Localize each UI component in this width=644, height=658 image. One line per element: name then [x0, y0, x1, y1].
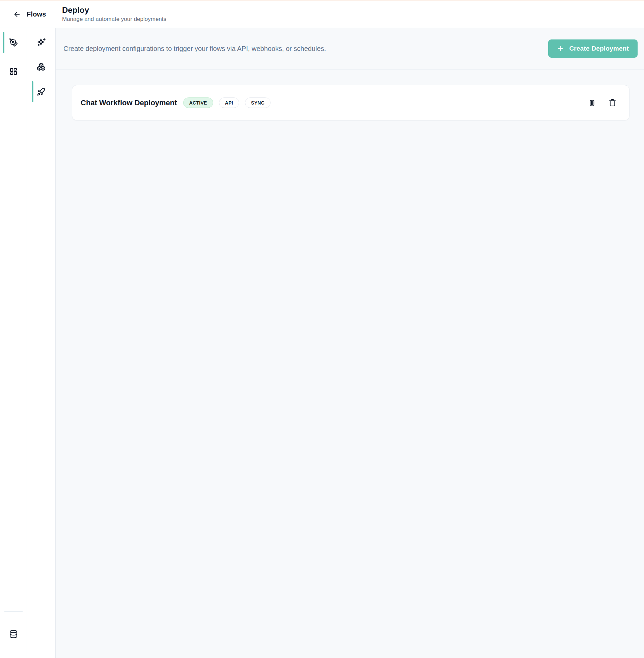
- boxes-icon: [37, 63, 46, 71]
- pause-icon: [588, 99, 596, 107]
- create-deployment-button[interactable]: Create Deployment: [548, 40, 638, 58]
- sidebar-item-database[interactable]: [0, 626, 27, 642]
- page-subtitle: Manage and automate your deployments: [62, 16, 166, 23]
- header-back-area: Flows: [0, 1, 56, 28]
- arrow-left-icon: [13, 10, 21, 18]
- deploy-description: Create deployment configurations to trig…: [64, 45, 326, 53]
- mode-badge: SYNC: [245, 97, 271, 108]
- active-indicator: [32, 81, 33, 102]
- deployment-badges: ACTIVE API SYNC: [183, 97, 271, 108]
- delete-deployment-button[interactable]: [608, 99, 616, 107]
- status-badge: ACTIVE: [183, 97, 213, 108]
- pause-deployment-button[interactable]: [588, 99, 596, 107]
- database-icon: [9, 630, 18, 638]
- outer-sidebar: [0, 28, 27, 658]
- layout-grid-icon: [9, 67, 18, 75]
- rocket-icon: [37, 87, 46, 96]
- back-button[interactable]: [13, 10, 21, 18]
- back-label[interactable]: Flows: [27, 10, 46, 18]
- type-badge: API: [219, 97, 239, 108]
- sidebar-item-pen-tool[interactable]: [0, 34, 27, 51]
- app-header: Flows Deploy Manage and automate your de…: [0, 1, 644, 28]
- create-deployment-label: Create Deployment: [569, 45, 629, 52]
- main-area: Create deployment configurations to trig…: [56, 28, 644, 658]
- inner-sidebar: [27, 28, 56, 658]
- sidebar-item-boxes[interactable]: [27, 59, 55, 75]
- deployment-actions: [588, 99, 616, 107]
- outer-sidebar-bottom: [0, 611, 27, 658]
- deployment-card: Chat Workflow Deployment ACTIVE API SYNC: [72, 85, 629, 120]
- active-indicator: [3, 32, 4, 53]
- sidebar-item-deploy[interactable]: [27, 84, 55, 100]
- sidebar-item-dashboard[interactable]: [0, 64, 27, 79]
- pen-tool-icon: [9, 38, 18, 47]
- header-title-block: Deploy Manage and automate your deployme…: [56, 1, 166, 28]
- sidebar-divider: [4, 611, 23, 612]
- trash-icon: [608, 99, 616, 107]
- sidebar-item-sparkles[interactable]: [27, 34, 55, 50]
- plus-icon: [557, 45, 565, 52]
- deployments-list: Chat Workflow Deployment ACTIVE API SYNC: [56, 69, 644, 120]
- page-title: Deploy: [62, 6, 166, 15]
- sparkles-icon: [37, 38, 46, 47]
- deploy-toolbar: Create deployment configurations to trig…: [56, 28, 644, 69]
- deployment-name: Chat Workflow Deployment: [80, 98, 177, 107]
